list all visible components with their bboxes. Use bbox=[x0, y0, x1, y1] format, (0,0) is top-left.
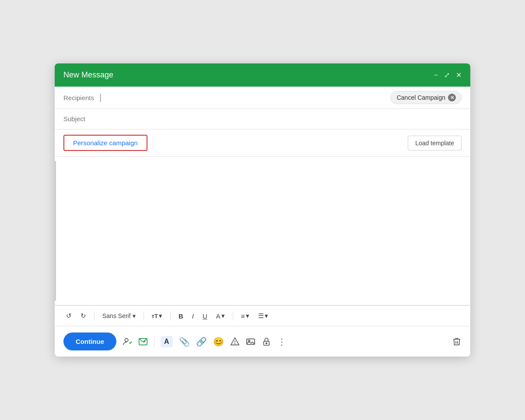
toolbar-sep-3 bbox=[170, 312, 171, 320]
cancel-campaign-close-icon[interactable]: ✕ bbox=[448, 94, 456, 102]
emoji-action-icon[interactable]: 😊 bbox=[213, 336, 224, 347]
scroll-indicator bbox=[55, 161, 56, 301]
italic-button[interactable]: I bbox=[189, 311, 196, 322]
load-template-button[interactable]: Load template bbox=[408, 136, 462, 150]
attachment-action-icon[interactable]: 📎 bbox=[179, 336, 190, 347]
header-controls: − ⤢ ✕ bbox=[434, 71, 462, 79]
bold-button[interactable]: B bbox=[176, 311, 186, 322]
expand-button[interactable]: ⤢ bbox=[444, 71, 450, 79]
assign-icon[interactable] bbox=[122, 337, 132, 346]
font-family-selector[interactable]: Sans Serif ▾ bbox=[100, 311, 138, 321]
toolbar-sep-4 bbox=[233, 312, 233, 320]
svg-rect-5 bbox=[246, 339, 254, 344]
underline-button[interactable]: U bbox=[200, 311, 210, 322]
recipients-label: Recipients bbox=[63, 94, 94, 102]
email-compose-icon[interactable] bbox=[138, 337, 148, 346]
svg-point-4 bbox=[234, 343, 235, 344]
recipients-row: Recipients | Cancel Campaign ✕ bbox=[55, 87, 470, 109]
underline-icon: U bbox=[203, 312, 207, 320]
recipients-divider: | bbox=[99, 92, 102, 102]
lock-action-icon[interactable] bbox=[262, 337, 271, 346]
text-color-action-icon[interactable]: A bbox=[161, 336, 173, 347]
list-arrow: ▾ bbox=[265, 312, 268, 320]
font-color-icon: A bbox=[216, 312, 220, 320]
undo-icon: ↺ bbox=[66, 312, 72, 320]
font-family-label: Sans Serif bbox=[102, 312, 131, 319]
modal-title: New Message bbox=[63, 70, 113, 80]
text-size-button[interactable]: тT ▾ bbox=[149, 310, 165, 322]
list-button[interactable]: ☰ ▾ bbox=[256, 310, 271, 322]
new-message-modal: New Message − ⤢ ✕ Recipients | Cancel Ca… bbox=[55, 63, 470, 357]
cancel-campaign-button[interactable]: Cancel Campaign ✕ bbox=[390, 91, 462, 104]
minimize-button[interactable]: − bbox=[434, 71, 438, 79]
cancel-campaign-label: Cancel Campaign bbox=[397, 94, 445, 101]
modal-header: New Message − ⤢ ✕ bbox=[55, 63, 470, 87]
subject-input[interactable] bbox=[63, 115, 462, 122]
svg-point-0 bbox=[125, 338, 128, 341]
align-button[interactable]: ≡ ▾ bbox=[238, 310, 252, 322]
formatting-toolbar: ↺ ↻ Sans Serif ▾ тT ▾ B I U A ▾ ≡ bbox=[55, 305, 470, 326]
redo-button[interactable]: ↻ bbox=[78, 310, 89, 322]
load-template-label: Load template bbox=[415, 140, 454, 147]
redo-icon: ↻ bbox=[80, 312, 86, 320]
font-family-arrow: ▾ bbox=[133, 312, 136, 319]
message-body-area[interactable] bbox=[55, 157, 470, 305]
text-size-arrow: ▾ bbox=[159, 312, 162, 320]
font-color-arrow: ▾ bbox=[221, 312, 225, 320]
italic-icon: I bbox=[192, 312, 194, 320]
text-size-icon: тT bbox=[152, 313, 158, 319]
action-divider-1 bbox=[154, 336, 154, 347]
recipients-input[interactable] bbox=[107, 94, 385, 102]
personalize-campaign-label: Personalize campaign bbox=[73, 139, 138, 147]
align-icon: ≡ bbox=[241, 312, 245, 320]
bold-icon: B bbox=[178, 312, 183, 320]
delete-action-icon[interactable] bbox=[452, 337, 462, 346]
undo-button[interactable]: ↺ bbox=[63, 310, 74, 322]
continue-button[interactable]: Continue bbox=[63, 332, 116, 350]
continue-label: Continue bbox=[76, 338, 104, 345]
align-arrow: ▾ bbox=[246, 312, 249, 320]
more-options-icon[interactable]: ⋮ bbox=[277, 336, 286, 347]
toolbar-sep-2 bbox=[144, 312, 144, 320]
alert-action-icon[interactable] bbox=[230, 337, 240, 346]
subject-row bbox=[55, 109, 470, 130]
action-bar: Continue A 📎 🔗 😊 bbox=[55, 326, 470, 357]
svg-point-8 bbox=[266, 343, 267, 344]
link-action-icon[interactable]: 🔗 bbox=[196, 336, 207, 347]
font-color-button[interactable]: A ▾ bbox=[214, 310, 228, 322]
image-action-icon[interactable] bbox=[246, 337, 256, 346]
body-toolbar-row: Personalize campaign Load template bbox=[55, 130, 470, 157]
close-button[interactable]: ✕ bbox=[456, 71, 462, 79]
toolbar-sep-1 bbox=[94, 312, 94, 320]
personalize-campaign-button[interactable]: Personalize campaign bbox=[63, 135, 147, 151]
list-icon: ☰ bbox=[258, 312, 264, 320]
